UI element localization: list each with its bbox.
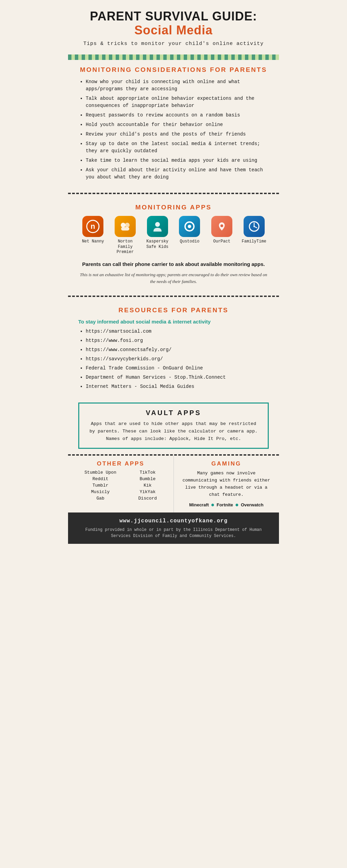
ourpact-label: OurPact [213, 239, 230, 244]
other-apps-title: OTHER APPS [73, 460, 168, 467]
vault-description: Apps that are used to hide other apps th… [87, 420, 260, 442]
svg-point-2 [121, 223, 126, 227]
footer: www.jjcouncil.countyofkane.org Funding p… [68, 512, 279, 544]
kaspersky-icon [147, 216, 168, 237]
net-nanny-icon: n [82, 216, 103, 237]
page-title: PARENT SURVIVAL GUIDE: [78, 10, 269, 23]
svg-point-12 [253, 226, 255, 227]
list-item[interactable]: https://smartsocial.com [86, 328, 269, 335]
qustodio-label: Qustodio [180, 239, 199, 244]
dotted-divider-2 [68, 296, 279, 297]
apps-callout: Parents can call their phone carrier to … [78, 261, 269, 268]
gaming-title: GAMING [179, 460, 274, 467]
dotted-divider-1 [68, 193, 279, 194]
list-item[interactable]: https://savvycyberkids.org/ [86, 356, 269, 363]
list-item: Department of Human Services - Stop.Thin… [86, 374, 269, 381]
svg-point-7 [188, 225, 191, 228]
header: PARENT SURVIVAL GUIDE: Social Media Tips… [68, 0, 279, 51]
other-apps-col1: Stumble Upon Reddit Tumblr Musicly Gab [84, 470, 116, 501]
vault-title: VAULT APPS [87, 409, 260, 417]
list-item: Discord [138, 496, 157, 501]
list-item: Stay up to date on the latest social med… [86, 140, 269, 155]
page: PARENT SURVIVAL GUIDE: Social Media Tips… [68, 0, 279, 544]
qustodio-icon [179, 216, 200, 237]
ourpact-icon [211, 216, 232, 237]
apps-title: MONITORING APPS [78, 204, 269, 211]
svg-point-5 [155, 222, 160, 227]
footer-note: Funding provided in whole or in part by … [75, 527, 272, 539]
vault-section: VAULT APPS Apps that are used to hide ot… [78, 403, 269, 449]
other-apps-columns: Stumble Upon Reddit Tumblr Musicly Gab T… [73, 470, 168, 501]
net-nanny-label: Net Nanny [82, 239, 104, 244]
list-item[interactable]: https://www.connectsafely.org/ [86, 346, 269, 353]
list-item: Reddit [84, 476, 116, 482]
list-item: Know who your child is connecting with o… [86, 78, 269, 93]
page-subtitle: Social Media [78, 23, 269, 37]
list-item: Review your child's posts and the posts … [86, 131, 269, 138]
gaming-section: GAMING Many games now involve communicat… [174, 456, 279, 512]
footer-url[interactable]: www.jjcouncil.countyofkane.org [75, 518, 272, 524]
other-apps-section: OTHER APPS Stumble Upon Reddit Tumblr Mu… [68, 456, 174, 512]
list-item: Tumblr [84, 483, 116, 488]
bullet-dot-1: ● [211, 502, 215, 508]
list-item: Request passwords to review accounts on … [86, 112, 269, 119]
zigzag-divider-top [68, 54, 279, 60]
svg-point-8 [220, 224, 223, 227]
bottom-grid: OTHER APPS Stumble Upon Reddit Tumblr Mu… [68, 454, 279, 512]
gaming-description: Many games now involve communicating wit… [179, 470, 274, 498]
kaspersky-label: Kaspersky Safe Kids [143, 239, 172, 250]
list-item: Take time to learn the social media apps… [86, 157, 269, 164]
app-familytime: FamilyTime [239, 216, 268, 244]
monitoring-title: MONITORING CONSIDERATIONS FOR PARENTS [78, 66, 269, 74]
familytime-label: FamilyTime [242, 239, 266, 244]
list-item: Stumble Upon [84, 470, 116, 475]
apps-section: MONITORING APPS n Net Nanny [68, 200, 279, 289]
app-net-nanny: n Net Nanny [79, 216, 108, 244]
apps-note: This is not an exhaustive list of monito… [78, 271, 269, 285]
list-item: Gab [84, 496, 116, 501]
resources-subtitle: To stay informed about social media & in… [78, 319, 269, 325]
svg-point-3 [125, 223, 130, 227]
list-item: Talk about appropriate online behavior e… [86, 95, 269, 109]
list-item: YikYak [138, 489, 157, 494]
gaming-games-list: Minecraft ● Fortnite ● Overwatch [179, 502, 274, 508]
resource-list: https://smartsocial.com https://www.fosi… [78, 328, 269, 390]
list-item[interactable]: https://www.fosi.org [86, 337, 269, 344]
svg-text:n: n [91, 222, 95, 231]
list-item: Kik [138, 483, 157, 488]
other-apps-col2: TikTok Bumble Kik YikYak Discord [138, 470, 157, 501]
monitoring-section: MONITORING CONSIDERATIONS FOR PARENTS Kn… [68, 60, 279, 187]
list-item: Hold youth accountable for their behavio… [86, 121, 269, 128]
norton-icon [115, 216, 136, 237]
list-item: Ask your child about their activity onli… [86, 167, 269, 181]
resources-title: RESOURCES FOR PARENTS [78, 306, 269, 314]
game-minecraft: Minecraft [189, 502, 209, 507]
app-norton: Norton Family Premier [111, 216, 139, 255]
svg-rect-4 [121, 227, 129, 231]
game-overwatch: Overwatch [241, 502, 263, 507]
norton-label: Norton Family Premier [111, 239, 139, 255]
list-item: Federal Trade Commission - OnGuard Onlin… [86, 365, 269, 372]
app-kaspersky: Kaspersky Safe Kids [143, 216, 172, 250]
list-item: Internet Matters - Social Media Guides [86, 383, 269, 390]
apps-grid: n Net Nanny Norton Family Premier [78, 216, 269, 255]
bullet-dot-2: ● [235, 502, 239, 508]
app-ourpact: OurPact [207, 216, 236, 244]
familytime-icon [244, 216, 265, 237]
game-fortnite: Fortnite [217, 502, 233, 507]
header-description: Tips & tricks to monitor your child's on… [78, 40, 269, 48]
app-qustodio: Qustodio [175, 216, 204, 244]
list-item: Bumble [138, 476, 157, 482]
monitoring-list: Know who your child is connecting with o… [78, 78, 269, 181]
resources-section: RESOURCES FOR PARENTS To stay informed a… [68, 303, 279, 397]
list-item: TikTok [138, 470, 157, 475]
list-item: Musicly [84, 489, 116, 494]
